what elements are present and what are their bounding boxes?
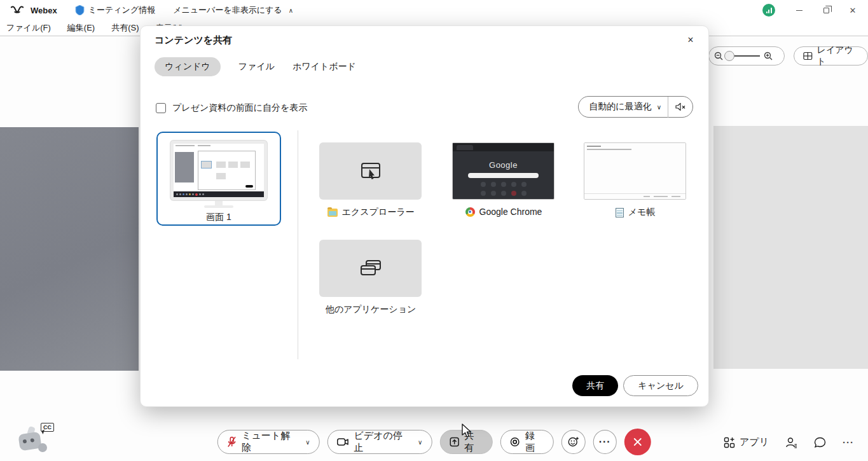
apps-grid-icon: [724, 437, 735, 448]
meeting-info-button[interactable]: ミーティング情報: [75, 4, 156, 16]
share-content-dialog: コンテンツを共有 × ウィンドウ ファイル ホワイトボード プレゼン資料の前面に…: [140, 25, 709, 407]
tab-whiteboard[interactable]: ホワイトボード: [293, 57, 356, 76]
share-source-chrome[interactable]: Google: [452, 142, 555, 200]
connection-quality-icon[interactable]: [762, 4, 775, 17]
end-meeting-button[interactable]: [624, 429, 651, 455]
apps-label: アプリ: [740, 436, 769, 448]
apps-button[interactable]: アプリ: [724, 436, 769, 448]
share-source-notepad[interactable]: [584, 142, 686, 200]
explorer-label-row: エクスプローラー: [313, 207, 428, 218]
dialog-close-button[interactable]: ×: [682, 31, 699, 49]
dialog-title: コンテンツを共有: [155, 34, 232, 46]
window-close-button[interactable]: ✕: [844, 3, 862, 18]
other-apps-label-row: 他のアプリケーション: [313, 304, 428, 315]
more-panels-button[interactable]: ···: [843, 437, 854, 448]
zoom-slider-knob[interactable]: [724, 51, 734, 61]
close-x-icon: [633, 437, 642, 446]
explorer-label: エクスプローラー: [342, 207, 415, 218]
titlebar: Webex ミーティング情報 メニューバーを非表示にする ∧ ✕: [0, 0, 868, 20]
chevron-down-icon[interactable]: ∨: [418, 439, 422, 446]
share-screen-icon: [449, 437, 459, 447]
explorer-folder-icon: [327, 209, 338, 217]
chevron-up-icon: ∧: [289, 7, 293, 14]
tab-file[interactable]: ファイル: [238, 57, 275, 76]
webex-logo-icon: [10, 5, 24, 15]
smiley-plus-icon: [567, 436, 579, 448]
screen-1-label: 画面 1: [158, 212, 280, 223]
chrome-icon: [465, 207, 475, 217]
ellipsis-icon: ···: [599, 436, 611, 448]
zoom-out-icon: [714, 52, 723, 60]
unmute-button[interactable]: ミュート解除 ∨: [217, 430, 319, 454]
participants-button[interactable]: [785, 437, 797, 448]
show-me-checkbox[interactable]: [156, 103, 166, 113]
chrome-label: Google Chrome: [479, 207, 542, 217]
chrome-label-row: Google Chrome: [446, 207, 561, 217]
dialog-tabs: ウィンドウ ファイル ホワイトボード: [155, 57, 356, 76]
share-confirm-button[interactable]: 共有: [572, 375, 618, 396]
layout-button[interactable]: レイアウト: [794, 46, 868, 65]
camera-icon: [337, 437, 349, 446]
notepad-icon: [616, 208, 624, 217]
menu-edit[interactable]: 編集(E): [67, 22, 95, 34]
speaker-muted-icon: [675, 102, 686, 112]
window-share-icon: [359, 160, 383, 182]
participants-icon: [785, 437, 797, 448]
share-source-explorer[interactable]: [319, 142, 422, 200]
audio-muted-button[interactable]: [668, 102, 692, 112]
share-source-other-apps[interactable]: [319, 240, 422, 297]
record-icon: [510, 437, 520, 447]
stacked-windows-icon: [358, 257, 383, 280]
tab-window[interactable]: ウィンドウ: [155, 57, 221, 76]
notepad-label-row: メモ帳: [578, 207, 692, 218]
menu-file[interactable]: ファイル(F): [6, 22, 51, 34]
record-button[interactable]: 録画: [500, 430, 554, 454]
screen-1-preview: [170, 141, 267, 208]
notepad-preview: [584, 143, 685, 199]
unmute-label: ミュート解除: [242, 430, 299, 454]
layout-grid-icon: [803, 52, 813, 60]
optimize-dropdown[interactable]: 自動的に最適化 ∨: [579, 101, 668, 113]
optimize-control: 自動的に最適化 ∨: [578, 96, 693, 118]
menu-share[interactable]: 共有(S): [111, 22, 139, 34]
chat-bubble-icon: [814, 437, 826, 448]
cards-divider: [298, 130, 298, 359]
show-me-label: プレゼン資料の前面に自分を表示: [172, 102, 307, 114]
ellipsis-icon: ···: [843, 437, 854, 448]
hide-menubar-button[interactable]: メニューバーを非表示にする ∧: [173, 4, 293, 16]
chevron-down-icon: ∨: [657, 104, 661, 111]
other-apps-label: 他のアプリケーション: [326, 304, 417, 315]
cc-badge: CC: [41, 423, 54, 432]
participant-video: [0, 127, 139, 371]
reactions-button[interactable]: [561, 430, 586, 454]
stop-video-button[interactable]: ビデオの停止 ∨: [327, 430, 432, 454]
chevron-down-icon[interactable]: ∨: [305, 439, 310, 446]
chat-button[interactable]: [814, 437, 826, 448]
share-source-screen-1[interactable]: 画面 1: [156, 132, 281, 226]
mic-muted-icon: [226, 436, 237, 448]
chrome-preview-logo: Google: [453, 160, 554, 170]
stop-video-label: ビデオの停止: [354, 430, 411, 454]
meeting-control-bar: CC ミュート解除 ∨ ビデオの停止 ∨ 共有 録画 ···: [0, 416, 868, 461]
meeting-info-shield-icon: [75, 5, 85, 15]
zoom-in-icon: [764, 52, 773, 60]
chrome-preview: Google: [453, 143, 554, 199]
mouse-cursor: [461, 423, 472, 439]
zoom-slider[interactable]: [727, 55, 760, 57]
cancel-button[interactable]: キャンセル: [623, 375, 698, 396]
window-minimize-button[interactable]: [790, 3, 808, 18]
stage-zoom-control[interactable]: [708, 46, 785, 65]
notepad-label: メモ帳: [628, 207, 656, 218]
layout-label: レイアウト: [817, 45, 858, 67]
app-title: Webex: [31, 6, 57, 15]
record-label: 録画: [525, 430, 544, 454]
window-restore-button[interactable]: [817, 3, 835, 18]
more-options-button[interactable]: ···: [593, 430, 617, 454]
stage-placeholder: [713, 126, 868, 369]
assistant-avatar[interactable]: CC: [15, 423, 53, 456]
